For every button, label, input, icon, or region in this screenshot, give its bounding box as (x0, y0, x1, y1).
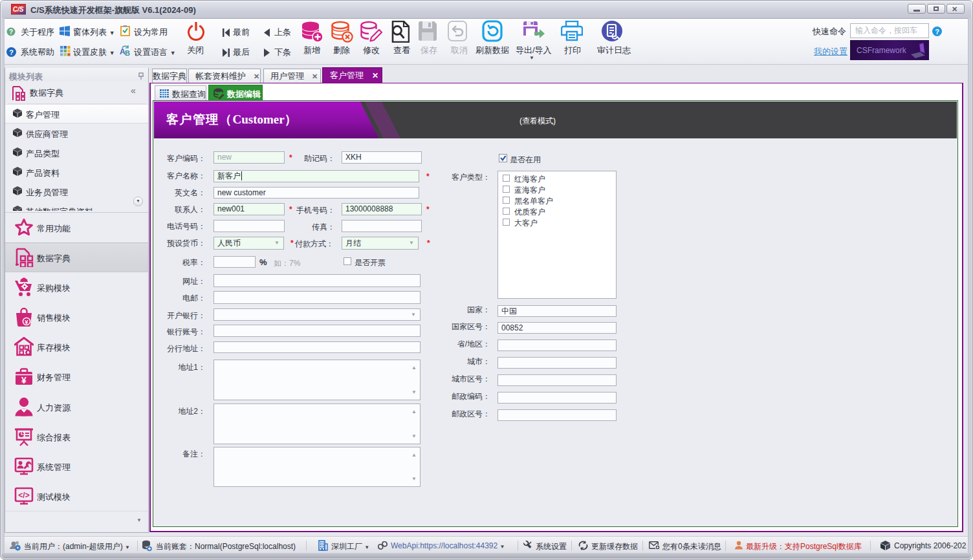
svg-text:?: ? (9, 48, 14, 56)
svg-text:C/S: C/S (13, 6, 24, 13)
svg-text:¥: ¥ (25, 318, 28, 325)
svg-text:?: ? (935, 28, 939, 36)
svg-text:?: ? (9, 28, 13, 36)
svg-text:</>: </> (18, 491, 29, 500)
svg-text:¥: ¥ (21, 375, 27, 385)
svg-text:B: B (125, 49, 130, 56)
